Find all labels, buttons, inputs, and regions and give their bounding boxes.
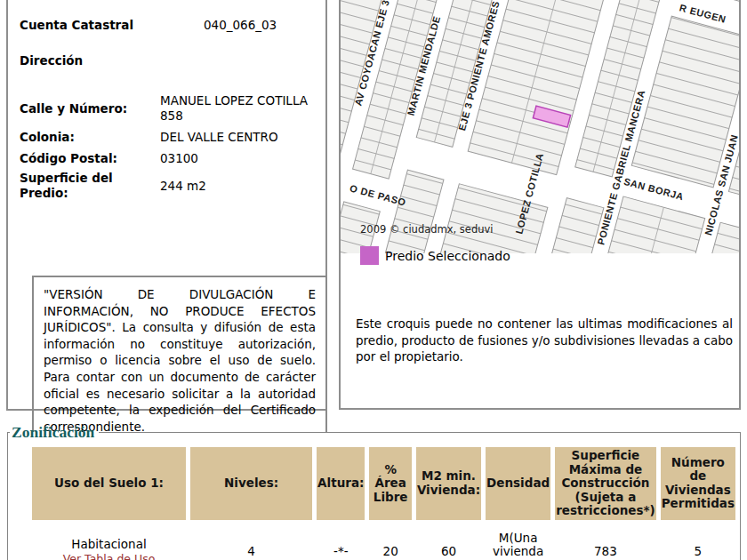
zonificacion-title: Zonificación [10,423,99,442]
cell-viviendas: 5 [661,524,735,560]
zonificacion-data-row: Habitacional Ver Tabla de Uso 4 -*- 20 6… [32,524,735,560]
cell-superficie-max: 783 [555,524,656,560]
header-niveles: Niveles: [190,447,312,520]
header-densidad: Densidad [486,447,550,520]
header-superficie-maxima: Superficie Máxima de Construcción (Sujet… [555,447,656,520]
header-viviendas-permitidas: Número de Viviendas Permitidas [661,447,735,520]
cell-m2-min: 60 [416,524,481,560]
selected-parcel-swatch [360,246,379,265]
codigo-postal-row: Código Postal: 03100 [20,151,325,166]
map-copyright: 2009 © ciudadmx, seduvi [360,223,494,236]
superficie-row: Superficie del Predio: 244 m2 [20,171,325,201]
cadastral-map[interactable]: AV COYOACAN EJE 3 MARTIN MENDALDE EJE 3 … [341,0,739,253]
map-legend: Predio Seleccionado [360,246,510,265]
calle-numero-value: MANUEL LOPEZ COTILLA 858 [160,93,325,124]
legal-disclaimer: "VERSIÓN DE DIVULGACIÓN E INFORMACIÓN, N… [32,276,327,444]
codigo-postal-label: Código Postal: [20,151,160,166]
cuenta-catastral-label: Cuenta Catastral [20,18,160,33]
colonia-row: Colonia: DEL VALLE CENTRO [20,130,325,145]
cell-uso-del-suelo: Habitacional Ver Tabla de Uso [32,524,186,560]
street-label-o-de-paso: O DE PASO [349,182,407,207]
cell-niveles: 4 [190,524,312,560]
calle-numero-label: Calle y Número: [20,101,160,116]
zonificacion-header-row: Uso del Suelo 1: Niveles: Altura: % Área… [32,447,735,520]
cell-densidad: M(Una vivienda cada 50.0 [486,524,550,560]
cell-area-libre: 20 [369,524,411,560]
codigo-postal-value: 03100 [160,151,325,166]
uso-value: Habitacional [33,538,185,552]
property-info-panel: Cuenta Catastral 040_066_03 Dirección Ca… [6,0,327,411]
superficie-value: 244 m2 [160,179,325,194]
header-area-libre: % Área Libre [369,447,411,520]
cell-altura: -*- [317,524,365,560]
croquis-note: Este croquis puede no contener las ultim… [356,316,733,365]
colonia-value: DEL VALLE CENTRO [160,130,325,145]
calle-numero-row: Calle y Número: MANUEL LOPEZ COTILLA 858 [20,93,325,124]
header-m2-min-vivienda: M2 min. Vivienda: [416,447,481,520]
city-blocks [341,0,739,253]
zonificacion-table: Uso del Suelo 1: Niveles: Altura: % Área… [28,443,740,560]
direccion-heading: Dirección [20,53,325,68]
zonificacion-section: Zonificación Uso del Suelo 1: Niveles: A… [7,423,741,560]
cuenta-catastral-value: 040_066_03 [160,18,325,33]
legend-label: Predio Seleccionado [385,249,510,263]
map-canvas: AV COYOACAN EJE 3 MARTIN MENDALDE EJE 3 … [341,0,739,253]
superficie-label: Superficie del Predio: [20,171,160,201]
header-altura: Altura: [317,447,365,520]
map-panel: AV COYOACAN EJE 3 MARTIN MENDALDE EJE 3 … [339,0,741,410]
cuenta-catastral-row: Cuenta Catastral 040_066_03 [20,18,325,33]
street-label-san-borja: SAN BORJA [622,176,685,203]
colonia-label: Colonia: [20,130,160,145]
header-uso-del-suelo: Uso del Suelo 1: [32,447,186,520]
ver-tabla-de-uso-link[interactable]: Ver Tabla de Uso [63,552,156,560]
